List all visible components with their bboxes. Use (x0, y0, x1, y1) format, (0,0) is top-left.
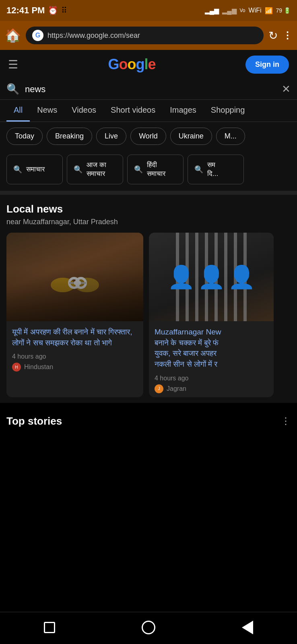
browser-menu-icon[interactable]: ⋮ (283, 30, 292, 41)
card-2-source-row: J Jagran (155, 384, 268, 393)
signal-icon-2: ▂▄▆ (222, 7, 236, 14)
chip-today[interactable]: Today (6, 128, 43, 145)
hamburger-icon[interactable]: ☰ (8, 58, 18, 71)
suggestion-text-4: समदि... (207, 161, 218, 178)
tab-short-videos[interactable]: Short videos (103, 100, 163, 122)
chip-live[interactable]: Live (96, 128, 126, 145)
chip-world[interactable]: World (130, 128, 166, 145)
clear-icon[interactable]: ✕ (282, 83, 291, 95)
suggestion-search-icon-4: 🔍 (194, 165, 203, 174)
search-bar[interactable]: 🔍 ✕ (0, 79, 297, 100)
back-icon (242, 621, 253, 634)
nav-back-button[interactable] (239, 619, 256, 636)
hindustan-logo: H (12, 363, 21, 372)
card-2-meta: 4 hours ago (155, 375, 268, 382)
local-news-location: near Muzaffarnagar, Uttar Pradesh (6, 218, 291, 226)
google-favicon: G (32, 30, 43, 41)
home-icon[interactable]: 🏠 (5, 28, 21, 43)
suggestion-text-2: आज कासमाचार (87, 161, 106, 178)
top-stories-more-icon[interactable]: ⋮ (281, 415, 291, 427)
card-1-title: यूपी में अपरहण की रील बनाने में चार गिरफ… (12, 327, 138, 348)
vo-label: Vo (240, 8, 245, 13)
google-header: ☰ Google Sign in (0, 50, 297, 79)
wifi-icon: WiFi (249, 7, 262, 14)
tab-images[interactable]: Images (163, 100, 204, 122)
search-icon: 🔍 (6, 83, 19, 95)
local-news-title: Local news (6, 203, 291, 215)
card-2-image: 👤👤👤 (149, 233, 274, 321)
tab-all[interactable]: All (6, 100, 30, 122)
news-card-2[interactable]: 👤👤👤 Muzaffarnagar Newबनाने के चक्कर में … (149, 233, 274, 397)
local-news-section: Local news near Muzaffarnagar, Uttar Pra… (0, 195, 297, 402)
top-stories-section: Top stories ⋮ (0, 407, 297, 436)
card-1-meta: 4 hours ago (12, 353, 138, 360)
handcuff-svg (39, 253, 111, 301)
news-cards: यूपी में अपरहण की रील बनाने में चार गिरफ… (6, 233, 291, 397)
suggestion-samachar[interactable]: 🔍 समाचार (6, 155, 63, 184)
card-1-source-row: H Hindustan (12, 363, 138, 372)
status-time: 12:41 PM (6, 5, 45, 16)
dots-icon: ⠿ (61, 6, 67, 15)
card-2-time: 4 hours ago (155, 375, 189, 382)
suggestion-aaj-ka[interactable]: 🔍 आज कासमाचार (67, 155, 123, 184)
status-left: 12:41 PM ⏰ ⠿ (6, 5, 67, 16)
suggestion-hindi[interactable]: 🔍 हिंदीसमाचार (127, 155, 184, 184)
suggestion-search-icon-3: 🔍 (134, 165, 143, 174)
news-chips: Today Breaking Live World Ukraine M... (0, 122, 297, 151)
status-right: ▂▄▆ ▂▄▆ Vo WiFi 📶 79 🔋 (205, 7, 291, 14)
suggestion-text-3: हिंदीसमाचार (147, 161, 165, 178)
chip-ukraine[interactable]: Ukraine (170, 128, 212, 145)
card-1-time: 4 hours ago (12, 353, 46, 360)
chip-more[interactable]: M... (216, 128, 245, 145)
sign-in-button[interactable]: Sign in (245, 56, 289, 74)
wifi-signal-icon: 📶 (265, 7, 273, 14)
suggestion-search-icon-1: 🔍 (13, 165, 22, 174)
svg-rect-4 (74, 281, 81, 285)
tab-videos[interactable]: Videos (64, 100, 103, 122)
google-logo: Google (108, 56, 155, 73)
search-suggestions: 🔍 समाचार 🔍 आज कासमाचार 🔍 हिंदीसमाचार 🔍 स… (0, 151, 297, 191)
home-nav-icon (142, 621, 155, 634)
card-2-title: Muzaffarnagar Newबनाने के चक्कर में बुरे… (155, 327, 268, 369)
suggestion-text-1: समाचार (26, 165, 45, 174)
card-1-image (6, 233, 143, 321)
nav-stop-button[interactable] (41, 619, 58, 636)
url-bar[interactable]: G https://www.google.com/sear (26, 27, 264, 44)
search-input[interactable] (25, 84, 276, 95)
jail-people: 👤👤👤 (167, 264, 256, 290)
battery-icon: 79 🔋 (276, 7, 291, 14)
status-bar: 12:41 PM ⏰ ⠿ ▂▄▆ ▂▄▆ Vo WiFi 📶 79 🔋 (0, 0, 297, 21)
svg-point-0 (51, 278, 75, 292)
bottom-nav (0, 612, 297, 644)
jagran-logo: J (155, 384, 163, 393)
browser-bar: 🏠 G https://www.google.com/sear ↻ ⋮ (0, 21, 297, 50)
news-card-1[interactable]: यूपी में अपरहण की रील बनाने में चार गिरफ… (6, 233, 143, 397)
bottom-spacer (0, 436, 297, 468)
section-divider (0, 191, 297, 195)
suggestion-extra[interactable]: 🔍 समदि... (188, 155, 244, 184)
chip-breaking[interactable]: Breaking (47, 128, 92, 145)
nav-home-button[interactable] (140, 619, 157, 636)
url-text: https://www.google.com/sear (47, 31, 257, 40)
card-2-source: Jagran (167, 385, 186, 392)
filter-tabs: All News Videos Short videos Images Shop… (0, 100, 297, 122)
tab-news[interactable]: News (30, 100, 64, 122)
card-1-content: यूपी में अपरहण की रील बनाने में चार गिरफ… (6, 321, 143, 376)
top-stories-title: Top stories (6, 415, 62, 427)
stop-icon (44, 622, 55, 633)
card-1-source: Hindustan (24, 363, 53, 371)
svg-point-1 (75, 278, 99, 292)
signal-icon: ▂▄▆ (205, 7, 219, 14)
card-2-content: Muzaffarnagar Newबनाने के चक्कर में बुरे… (149, 321, 274, 397)
tab-shopping[interactable]: Shopping (204, 100, 252, 122)
alarm-icon: ⏰ (48, 6, 58, 15)
svg-point-3 (76, 278, 86, 288)
suggestion-search-icon-2: 🔍 (74, 165, 82, 174)
svg-point-2 (69, 278, 79, 288)
reload-icon[interactable]: ↻ (268, 29, 278, 42)
